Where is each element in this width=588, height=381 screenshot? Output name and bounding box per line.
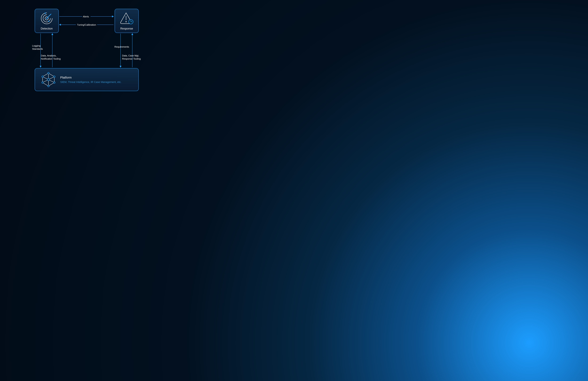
edge-logging-label: Logging Standards bbox=[32, 44, 43, 51]
edge-response-tooling-label: Data, Case Mgt, Response Tooling bbox=[122, 54, 141, 61]
edge-requirements-label: Requirements bbox=[114, 45, 129, 48]
edge-tuning-label: Tuning/Calibration bbox=[77, 23, 96, 26]
edge-alerts-label: Alerts bbox=[83, 15, 89, 18]
edge-tooling-label: Data, Analysis, Notification Tooling bbox=[41, 54, 61, 61]
diagram-stage: Detection Response bbox=[0, 0, 588, 381]
